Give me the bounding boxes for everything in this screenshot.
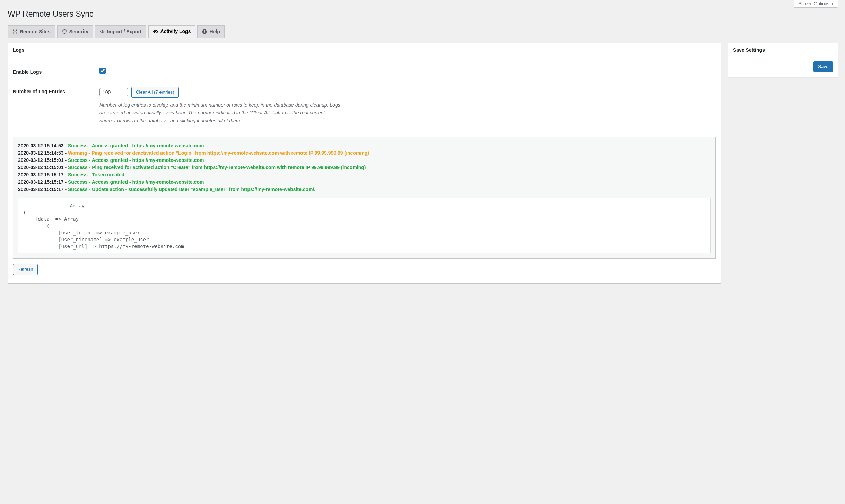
screen-options-button[interactable]: Screen Options ▼: [794, 0, 838, 8]
log-timestamp: 2020-03-12 15:15:17 -: [18, 186, 68, 192]
log-entry: 2020-03-12 15:15:17 - Success - Token cr…: [18, 171, 711, 179]
log-timestamp: 2020-03-12 15:14:53 -: [18, 143, 68, 148]
log-entry: 2020-03-12 15:15:01 - Success - Access g…: [18, 157, 711, 164]
log-box: 2020-03-12 15:14:53 - Success - Access g…: [13, 137, 716, 259]
logs-panel: Logs Enable Logs Number of Log Entries: [8, 43, 721, 284]
logs-heading: Logs: [8, 43, 721, 58]
log-message: Success - Token created: [68, 172, 124, 177]
log-timestamp: 2020-03-12 15:15:01 -: [18, 165, 68, 170]
tab-help[interactable]: Help: [197, 25, 224, 38]
help-icon: [202, 29, 207, 34]
tab-import-export[interactable]: Import / Export: [95, 25, 146, 38]
log-message: Success - Access granted - https://my-re…: [68, 157, 204, 163]
network-icon: [12, 29, 18, 34]
log-dump: Array ( [data] => Array ( [user_login] =…: [18, 198, 711, 253]
caret-down-icon: ▼: [831, 2, 834, 6]
save-settings-heading: Save Settings: [728, 43, 838, 58]
log-entry: 2020-03-12 15:14:53 - Warning - Ping rec…: [18, 149, 711, 157]
log-timestamp: 2020-03-12 15:14:53 -: [18, 150, 68, 156]
log-entry: 2020-03-12 15:15:17 - Success - Update a…: [18, 186, 711, 193]
tab-security[interactable]: Security: [57, 25, 93, 38]
tab-label: Help: [209, 28, 220, 35]
save-button[interactable]: Save: [813, 61, 833, 72]
log-message: Success - Access granted - https://my-re…: [68, 179, 204, 185]
screen-options-label: Screen Options: [798, 1, 829, 6]
tab-label: Import / Export: [107, 28, 142, 35]
page-title: WP Remote Users Sync: [8, 0, 838, 25]
num-entries-input[interactable]: [99, 88, 128, 96]
tab-label: Security: [69, 28, 88, 35]
enable-logs-checkbox[interactable]: [99, 68, 106, 74]
shield-icon: [62, 29, 67, 34]
save-settings-panel: Save Settings Save: [728, 43, 838, 77]
log-message: Success - Access granted - https://my-re…: [68, 143, 204, 148]
tab-label: Remote Sites: [20, 28, 51, 35]
log-timestamp: 2020-03-12 15:15:01 -: [18, 157, 68, 163]
log-entry: 2020-03-12 15:15:01 - Success - Ping rec…: [18, 164, 711, 171]
num-entries-description: Number of log entries to display, and th…: [99, 101, 342, 124]
num-entries-label: Number of Log Entries: [13, 87, 99, 95]
users-icon: [99, 29, 105, 34]
eye-icon: [153, 29, 158, 34]
log-message: Warning - Ping received for deactivated …: [68, 150, 369, 156]
log-entry: 2020-03-12 15:15:17 - Success - Access g…: [18, 179, 711, 186]
tab-label: Activity Logs: [160, 28, 191, 35]
log-entry: 2020-03-12 15:14:53 - Success - Access g…: [18, 142, 711, 149]
log-message: Success - Ping received for activated ac…: [68, 165, 366, 170]
enable-logs-label: Enable Logs: [13, 68, 99, 76]
log-message: Success - Update action - successfully u…: [68, 186, 315, 192]
tab-activity-logs[interactable]: Activity Logs: [148, 25, 195, 38]
clear-all-button[interactable]: Clear All (7 entries): [131, 87, 179, 98]
tab-remote-sites[interactable]: Remote Sites: [8, 25, 55, 38]
nav-tabs: Remote Sites Security Import / Export Ac…: [8, 25, 838, 38]
log-timestamp: 2020-03-12 15:15:17 -: [18, 179, 68, 185]
log-timestamp: 2020-03-12 15:15:17 -: [18, 172, 68, 177]
refresh-button[interactable]: Refresh: [13, 264, 38, 275]
